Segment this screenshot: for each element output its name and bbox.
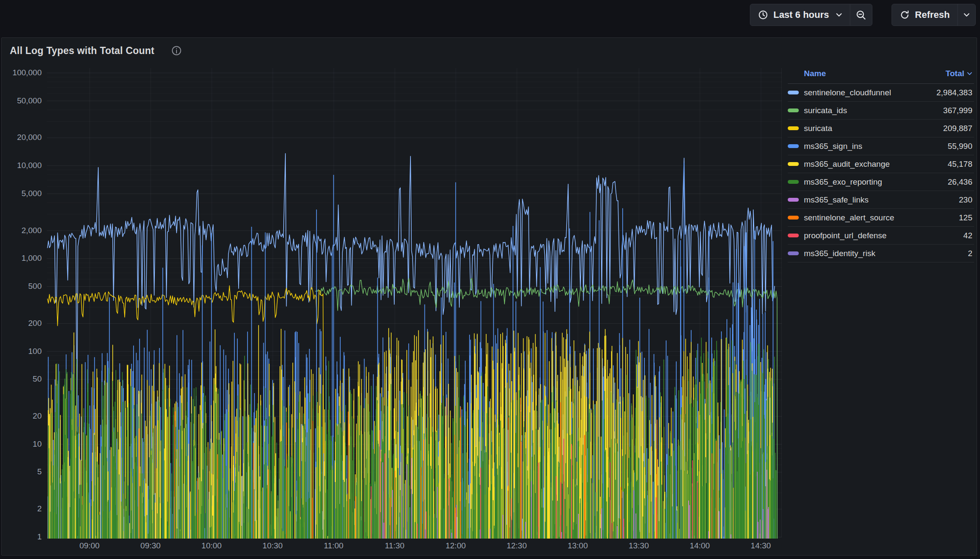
y-tick-label: 100,000 (0, 68, 42, 77)
y-tick-label: 1,000 (0, 254, 42, 263)
chevron-down-icon (963, 12, 970, 17)
x-tick-label: 12:00 (434, 541, 477, 550)
zoom-out-icon (856, 10, 866, 20)
legend-row[interactable]: sentinelone_cloudfunnel2,984,383 (788, 84, 974, 102)
panel-info-icon[interactable] (171, 46, 182, 57)
series-name[interactable]: ms365_safe_links (804, 195, 869, 205)
legend-total-header-label: Total (946, 69, 964, 78)
legend-row[interactable]: suricata_ids367,999 (788, 102, 974, 120)
series-name[interactable]: ms365_exo_reporting (804, 177, 882, 187)
x-tick-label: 14:30 (740, 541, 782, 550)
time-range-label: Last 6 hours (773, 9, 829, 20)
series-name[interactable]: suricata_ids (804, 106, 847, 115)
series-color-swatch[interactable] (788, 198, 799, 202)
time-range-picker-button[interactable]: Last 6 hours (750, 4, 850, 26)
y-tick-label: 100 (0, 347, 42, 356)
series-total: 367,999 (943, 106, 974, 115)
time-series-plot[interactable] (47, 68, 782, 539)
legend-row[interactable]: ms365_identity_risk2 (788, 245, 974, 262)
y-tick-label: 200 (0, 319, 42, 328)
y-tick-label: 50,000 (0, 96, 42, 106)
series-name[interactable]: ms365_identity_risk (804, 249, 875, 258)
refresh-button[interactable]: Refresh (892, 4, 957, 26)
x-tick-label: 13:00 (556, 541, 599, 550)
x-tick-label: 13:30 (618, 541, 660, 550)
series-color-swatch[interactable] (788, 126, 799, 130)
panel-title[interactable]: All Log Types with Total Count (10, 45, 154, 57)
series-total: 125 (959, 213, 974, 222)
y-tick-label: 20,000 (0, 133, 42, 142)
series-color-swatch[interactable] (788, 251, 799, 255)
series-total: 42 (963, 231, 974, 240)
grafana-dashboard: { "topbar": { "time_range_label": "Last … (0, 0, 980, 559)
series-color-swatch[interactable] (788, 216, 799, 220)
legend-row[interactable]: ms365_safe_links230 (788, 191, 974, 209)
x-tick-label: 10:30 (251, 541, 294, 550)
y-tick-label: 2,000 (0, 226, 42, 235)
series-name[interactable]: proofpoint_url_defense (804, 231, 886, 240)
y-tick-label: 20 (0, 411, 42, 421)
series-total: 2 (968, 249, 974, 258)
series-name[interactable]: sentinelone_alert_source (804, 213, 894, 222)
series-color-swatch[interactable] (788, 91, 799, 94)
y-tick-label: 1 (0, 532, 42, 542)
legend-row[interactable]: proofpoint_url_defense42 (788, 227, 974, 245)
legend-row[interactable]: ms365_audit_exchange45,178 (788, 155, 974, 173)
series-name[interactable]: ms365_audit_exchange (804, 160, 890, 169)
clock-icon (758, 10, 768, 20)
series-name[interactable]: ms365_sign_ins (804, 142, 862, 151)
legend-table: Name Total sentinelone_cloudfunnel2,984,… (788, 64, 974, 262)
refresh-label: Refresh (915, 9, 950, 20)
x-tick-label: 12:30 (496, 541, 538, 550)
legend-row[interactable]: sentinelone_alert_source125 (788, 209, 974, 227)
refresh-group: Refresh (892, 4, 976, 26)
y-tick-label: 50 (0, 374, 42, 384)
chevron-down-icon (836, 12, 842, 17)
y-tick-label: 10,000 (0, 161, 42, 170)
series-total: 55,990 (948, 142, 974, 151)
series-color-swatch[interactable] (788, 108, 799, 112)
legend-row[interactable]: ms365_sign_ins55,990 (788, 137, 974, 155)
legend-header: Name Total (788, 64, 974, 84)
refresh-interval-button[interactable] (957, 4, 975, 26)
legend-total-header[interactable]: Total (946, 69, 974, 78)
y-tick-label: 5 (0, 467, 42, 476)
sort-desc-icon (967, 71, 972, 76)
y-tick-label: 500 (0, 282, 42, 291)
series-total: 45,178 (948, 160, 974, 169)
legend-row[interactable]: suricata209,887 (788, 120, 974, 137)
x-tick-label: 09:30 (129, 541, 172, 550)
x-tick-label: 10:00 (190, 541, 233, 550)
series-total: 209,887 (943, 124, 974, 133)
refresh-icon (900, 10, 910, 20)
x-tick-label: 11:00 (312, 541, 355, 550)
series-color-swatch[interactable] (788, 234, 799, 237)
series-name[interactable]: suricata (804, 124, 832, 133)
legend-row[interactable]: ms365_exo_reporting26,436 (788, 173, 974, 191)
x-tick-label: 11:30 (373, 541, 416, 550)
series-total: 230 (959, 195, 974, 205)
y-tick-label: 2 (0, 504, 42, 513)
series-total: 26,436 (948, 177, 974, 187)
y-tick-label: 5,000 (0, 189, 42, 198)
series-name[interactable]: sentinelone_cloudfunnel (804, 88, 891, 97)
zoom-out-button[interactable] (850, 4, 872, 26)
y-tick-label: 10 (0, 439, 42, 449)
series-total: 2,984,383 (936, 88, 974, 97)
x-tick-label: 14:00 (678, 541, 721, 550)
time-picker-group: Last 6 hours (750, 4, 872, 26)
series-color-swatch[interactable] (788, 144, 799, 148)
series-color-swatch[interactable] (788, 180, 799, 184)
series-color-swatch[interactable] (788, 162, 799, 166)
x-tick-label: 09:00 (68, 541, 111, 550)
legend-name-header[interactable]: Name (804, 69, 826, 78)
dashboard-toolbar: Last 6 hours Refresh (0, 0, 980, 37)
